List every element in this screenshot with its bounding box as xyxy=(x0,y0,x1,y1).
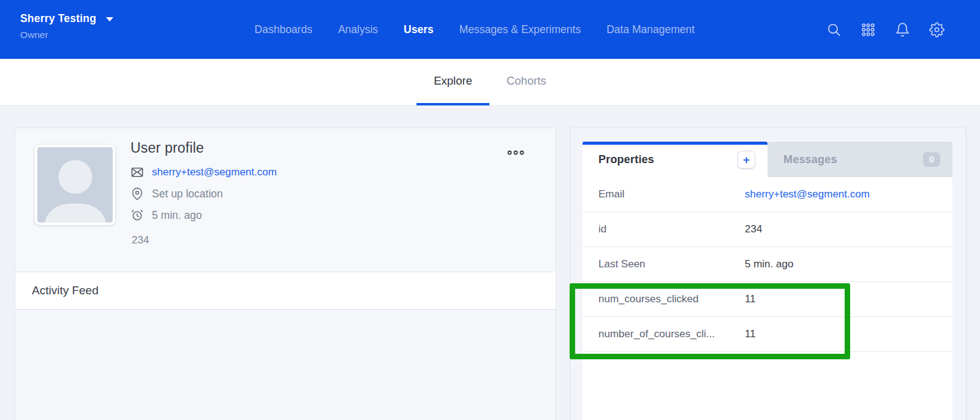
tab-messages-label: Messages xyxy=(783,153,923,166)
tab-cohorts[interactable]: Cohorts xyxy=(489,59,564,105)
kebab-menu-icon xyxy=(507,149,525,156)
avatar xyxy=(35,145,115,225)
user-email-link[interactable]: sherry+test@segment.com xyxy=(152,166,277,178)
nav-item-analysis[interactable]: Analysis xyxy=(338,23,378,36)
property-row-number-of-courses-clicked: number_of_courses_cli... 11 xyxy=(582,317,952,352)
messages-count-badge: 0 xyxy=(923,152,940,167)
properties-tabbar: Properties + Messages 0 xyxy=(582,142,952,177)
profile-info: User profile sherry+test@segment.com xyxy=(130,140,277,230)
email-row: sherry+test@segment.com xyxy=(130,166,277,179)
property-row-num-courses-clicked: num_courses_clicked 11 xyxy=(582,282,952,317)
search-icon[interactable] xyxy=(826,21,842,37)
property-row-id: id 234 xyxy=(582,212,952,247)
tab-messages[interactable]: Messages 0 xyxy=(767,142,952,177)
nav-item-users[interactable]: Users xyxy=(404,23,434,36)
activity-feed-title: Activity Feed xyxy=(32,284,99,297)
last-seen-row: 5 min. ago xyxy=(130,208,277,222)
property-value: 5 min. ago xyxy=(745,258,793,270)
property-value: 234 xyxy=(745,223,762,235)
avatar-silhouette-head xyxy=(58,160,92,194)
page-title: User profile xyxy=(130,140,277,156)
avatar-silhouette-body xyxy=(45,204,106,225)
properties-table: Email sherry+test@segment.com id 234 Las… xyxy=(582,177,952,420)
property-row-email: Email sherry+test@segment.com xyxy=(582,177,952,212)
location-pin-icon xyxy=(130,187,144,200)
user-id: 234 xyxy=(132,234,149,246)
account-role: Owner xyxy=(20,29,113,40)
nav-item-messages-experiments[interactable]: Messages & Experiments xyxy=(459,23,581,36)
notifications-icon[interactable] xyxy=(894,21,910,37)
nav-item-dashboards[interactable]: Dashboards xyxy=(255,23,312,36)
user-profile-header: User profile sherry+test@segment.com xyxy=(15,128,556,272)
tab-properties[interactable]: Properties + xyxy=(582,142,767,177)
app-window: Sherry Testing Owner Dashboards Analysis… xyxy=(0,0,980,420)
property-label: Email xyxy=(598,188,745,200)
account-name: Sherry Testing xyxy=(20,12,96,25)
location-row: Set up location xyxy=(130,187,277,200)
properties-panel: Properties + Messages 0 Email sherry+tes… xyxy=(570,127,967,420)
property-value-email-link[interactable]: sherry+test@segment.com xyxy=(745,188,870,200)
property-row-last-seen: Last Seen 5 min. ago xyxy=(582,247,952,282)
apps-grid-icon[interactable] xyxy=(860,21,876,37)
user-profile-card: User profile sherry+test@segment.com xyxy=(15,128,556,420)
activity-feed-body xyxy=(15,310,556,420)
alarm-clock-icon xyxy=(130,208,144,222)
property-label: Last Seen xyxy=(598,258,745,270)
account-switcher[interactable]: Sherry Testing Owner xyxy=(20,12,113,40)
add-property-button[interactable]: + xyxy=(737,151,755,169)
envelope-icon xyxy=(130,166,144,179)
more-options-button[interactable] xyxy=(507,148,525,158)
tab-explore-label: Explore xyxy=(434,74,472,88)
property-label: id xyxy=(598,223,745,235)
main-content: User profile sherry+test@segment.com xyxy=(0,105,980,420)
tab-explore[interactable]: Explore xyxy=(417,59,489,105)
tab-cohorts-label: Cohorts xyxy=(507,74,546,88)
nav-item-data-management[interactable]: Data Management xyxy=(606,23,695,36)
secondary-tabbar: Explore Cohorts xyxy=(0,59,980,105)
topbar-icon-group xyxy=(826,0,944,59)
primary-nav: Dashboards Analysis Users Messages & Exp… xyxy=(255,0,695,59)
property-value: 11 xyxy=(745,328,756,340)
activity-feed-header: Activity Feed xyxy=(15,272,556,310)
tab-properties-label: Properties xyxy=(598,153,737,166)
settings-icon[interactable] xyxy=(929,21,944,37)
chevron-down-icon xyxy=(106,17,113,21)
property-label: num_courses_clicked xyxy=(598,293,745,305)
top-navigation-bar: Sherry Testing Owner Dashboards Analysis… xyxy=(0,0,980,59)
property-label: number_of_courses_cli... xyxy=(598,328,745,340)
property-value: 11 xyxy=(745,293,756,305)
last-seen-text: 5 min. ago xyxy=(152,209,202,222)
setup-location-link[interactable]: Set up location xyxy=(152,188,223,200)
